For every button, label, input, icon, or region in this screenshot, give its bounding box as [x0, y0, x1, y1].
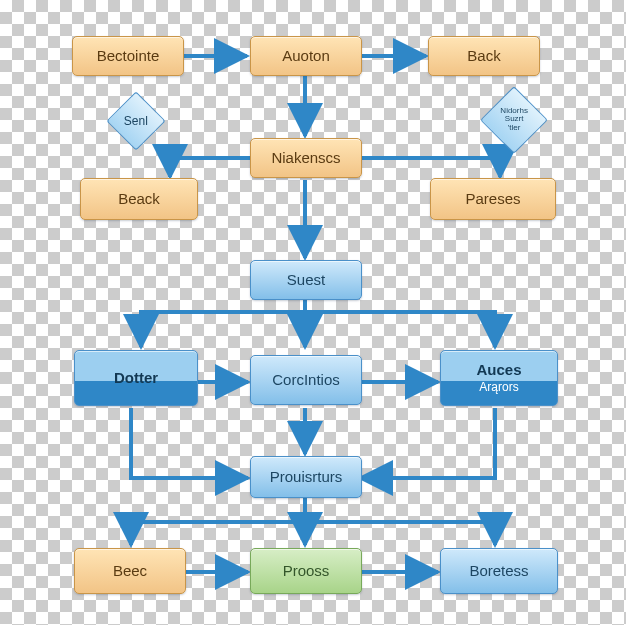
node-prooss: Prooss — [250, 548, 362, 594]
node-niakenscs: Niakenscs — [250, 138, 362, 178]
node-label: Boretess — [469, 563, 528, 580]
node-beack: Beack — [80, 178, 198, 220]
node-label: Auces — [476, 362, 521, 379]
node-label: Prooss — [283, 563, 330, 580]
node-label: CorcIntios — [272, 372, 340, 389]
node-auoton: Auoton — [250, 36, 362, 76]
node-pareses: Pareses — [430, 178, 556, 220]
node-auces: Auces Arąrors — [440, 350, 558, 406]
node-sublabel: Arąrors — [479, 381, 518, 394]
node-beec: Beec — [74, 548, 186, 594]
node-label: Senl — [124, 115, 148, 128]
node-label: Beec — [113, 563, 147, 580]
node-boretess: Boretess — [440, 548, 558, 594]
node-label: Beack — [118, 191, 160, 208]
node-back: Back — [428, 36, 540, 76]
flowchart-canvas: { "nodes": { "bectointe": "Bectointe", "… — [0, 0, 626, 625]
node-label: Niakenscs — [271, 150, 340, 167]
node-label: Pareses — [465, 191, 520, 208]
node-label: Prouisrturs — [270, 469, 343, 486]
node-label: Auoton — [282, 48, 330, 65]
node-dotter: Dotter — [74, 350, 198, 406]
node-label: Nidorhs Suzrt 'tler — [500, 107, 528, 132]
node-label: Dotter — [114, 370, 158, 387]
node-label: Bectointe — [97, 48, 160, 65]
connector-layer — [0, 0, 626, 625]
node-suest: Suest — [250, 260, 362, 300]
node-label: Suest — [287, 272, 325, 289]
node-corcintios: CorcIntios — [250, 355, 362, 405]
node-label: Back — [467, 48, 500, 65]
node-prouisrturs: Prouisrturs — [250, 456, 362, 498]
decision-senl: Senl — [106, 91, 165, 150]
node-bectointe: Bectointe — [72, 36, 184, 76]
decision-note: Nidorhs Suzrt 'tler — [480, 86, 548, 154]
